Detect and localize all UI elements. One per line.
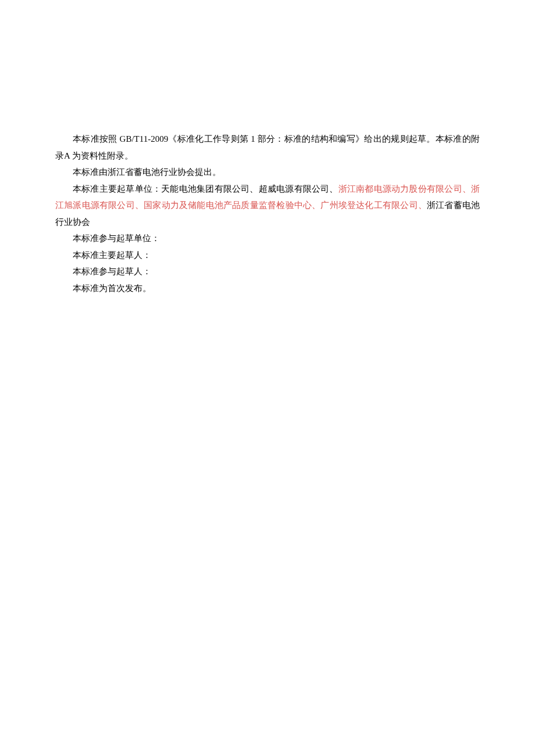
document-content: 本标准按照 GB/T11-2009《标准化工作导则第 1 部分：标准的结构和编写… (55, 131, 480, 296)
paragraph-participating-units: 本标准参与起草单位： (55, 230, 480, 247)
paragraph-participating-drafters: 本标准参与起草人： (55, 263, 480, 280)
paragraph-drafting-units: 本标准主要起草单位：天能电池集团有限公司、超威电源有限公司、浙江南都电源动力股份… (55, 181, 480, 231)
paragraph-main-drafters: 本标准主要起草人： (55, 247, 480, 264)
drafting-units-prefix: 本标准主要起草单位：天能电池集团有限公司、超威电源有限公司、 (73, 184, 338, 194)
paragraph-rules: 本标准按照 GB/T11-2009《标准化工作导则第 1 部分：标准的结构和编写… (55, 131, 480, 164)
paragraph-proposer: 本标准由浙江省蓄电池行业协会提出。 (55, 164, 480, 181)
paragraph-first-release: 本标准为首次发布。 (55, 280, 480, 297)
